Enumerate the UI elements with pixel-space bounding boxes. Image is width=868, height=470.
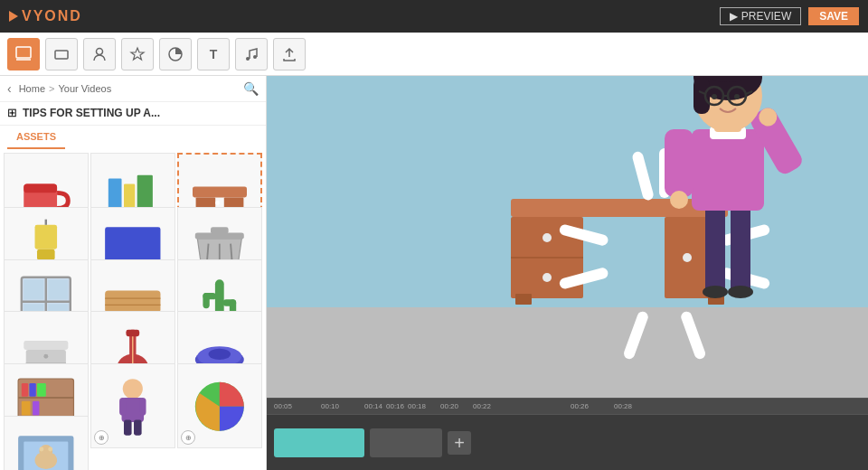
header-actions: ▶ PREVIEW SAVE — [720, 7, 859, 25]
video-title-row: ⊞ TIPS FOR SETTING UP A... — [0, 102, 266, 126]
svg-rect-98 — [559, 223, 609, 247]
asset-image — [186, 373, 253, 440]
assets-grid: ⊕ ⊕ — [0, 149, 266, 470]
svg-rect-13 — [193, 186, 247, 197]
svg-point-72 — [123, 379, 143, 399]
header: VYOND ▶ PREVIEW SAVE — [0, 0, 868, 33]
svg-rect-101 — [680, 310, 707, 361]
svg-rect-67 — [37, 383, 46, 397]
timeline-clip[interactable] — [274, 428, 364, 457]
svg-point-105 — [703, 286, 728, 298]
asset-image — [99, 373, 166, 440]
main-layout: ‹ Home > Your Videos 🔍 ⊞ TIPS FOR SETTIN… — [0, 76, 868, 470]
preview-play-icon: ▶ — [730, 10, 738, 23]
video-icon: ⊞ — [7, 106, 17, 119]
svg-rect-0 — [16, 47, 31, 58]
timeline-clip-empty[interactable] — [370, 428, 442, 457]
breadcrumb-separator: > — [49, 83, 54, 94]
svg-rect-40 — [105, 290, 160, 313]
svg-rect-104 — [731, 206, 750, 292]
svg-point-124 — [734, 94, 740, 99]
svg-rect-36 — [24, 279, 43, 299]
svg-rect-8 — [24, 184, 57, 193]
save-button[interactable]: SAVE — [808, 7, 859, 25]
breadcrumb-home[interactable]: Home — [19, 83, 45, 94]
tool-charts[interactable] — [159, 38, 192, 70]
svg-rect-49 — [24, 341, 68, 350]
svg-point-61 — [209, 348, 231, 359]
back-button[interactable]: ‹ — [7, 81, 12, 96]
svg-rect-69 — [33, 400, 39, 415]
svg-rect-97 — [559, 267, 609, 290]
character-prop[interactable] — [642, 76, 814, 309]
asset-image — [13, 425, 80, 470]
svg-rect-103 — [705, 206, 725, 292]
svg-point-82 — [40, 445, 53, 458]
timeline-tracks: + — [267, 415, 868, 470]
svg-point-5 — [246, 57, 250, 61]
preview-label: PREVIEW — [741, 10, 791, 23]
svg-point-111 — [670, 191, 688, 209]
svg-rect-77 — [134, 419, 142, 435]
svg-rect-74 — [119, 398, 126, 416]
canvas-area: 00:05 00:10 00:14 00:16 00:18 00:20 00:2… — [267, 76, 868, 470]
tool-text[interactable]: T — [197, 38, 230, 70]
logo-text: VYOND — [22, 8, 82, 24]
svg-rect-76 — [124, 419, 132, 435]
tool-props[interactable] — [121, 38, 154, 70]
tool-scene[interactable] — [7, 38, 40, 70]
tool-shapes[interactable] — [45, 38, 78, 70]
logo-icon — [9, 11, 18, 22]
search-icon[interactable]: 🔍 — [243, 81, 259, 96]
timeline: 00:05 00:10 00:14 00:16 00:18 00:20 00:2… — [267, 398, 868, 470]
breadcrumb-current: Your Videos — [58, 83, 111, 94]
zoom-icon[interactable]: ⊕ — [181, 430, 195, 445]
tool-characters[interactable] — [83, 38, 116, 70]
svg-point-106 — [728, 286, 753, 298]
add-track-button[interactable]: + — [448, 431, 471, 455]
svg-rect-75 — [139, 398, 146, 416]
svg-point-83 — [40, 447, 44, 452]
assets-tab[interactable]: ASSETS — [7, 126, 65, 149]
app-logo: VYOND — [9, 8, 82, 24]
character-image — [642, 76, 814, 306]
asset-photo-frame[interactable]: ⊕ — [4, 416, 89, 470]
svg-point-84 — [48, 447, 52, 452]
svg-rect-116 — [693, 78, 710, 114]
svg-rect-57 — [127, 330, 140, 336]
svg-rect-65 — [22, 383, 28, 397]
svg-rect-68 — [22, 400, 31, 415]
svg-point-3 — [97, 48, 103, 54]
svg-rect-2 — [55, 51, 68, 59]
timeline-ruler: 00:05 00:10 00:14 00:16 00:18 00:20 00:2… — [267, 399, 868, 415]
svg-point-52 — [44, 353, 49, 358]
video-title: TIPS FOR SETTING UP A... — [23, 107, 160, 119]
svg-rect-66 — [30, 383, 36, 397]
svg-rect-102 — [622, 310, 649, 361]
svg-rect-37 — [48, 279, 68, 299]
breadcrumb: ‹ Home > Your Videos 🔍 — [0, 76, 266, 102]
svg-rect-29 — [211, 227, 229, 233]
left-panel: ‹ Home > Your Videos 🔍 ⊞ TIPS FOR SETTIN… — [0, 76, 267, 470]
toolbar: T — [0, 33, 868, 76]
tool-upload[interactable] — [273, 38, 306, 70]
svg-rect-92 — [515, 294, 532, 305]
asset-pie-chart[interactable]: ⊕ — [177, 363, 262, 448]
canvas-viewport[interactable] — [267, 76, 868, 398]
svg-rect-109 — [665, 129, 693, 197]
preview-button[interactable]: ▶ PREVIEW — [720, 7, 801, 25]
asset-character-purple[interactable]: ⊕ — [90, 363, 175, 448]
svg-rect-107 — [692, 129, 764, 211]
svg-rect-45 — [203, 293, 210, 308]
svg-point-123 — [712, 94, 717, 99]
svg-point-17 — [215, 201, 220, 205]
zoom-icon[interactable]: ⊕ — [94, 430, 108, 445]
svg-rect-19 — [35, 225, 58, 249]
tool-music[interactable] — [235, 38, 268, 70]
svg-point-6 — [253, 55, 257, 59]
